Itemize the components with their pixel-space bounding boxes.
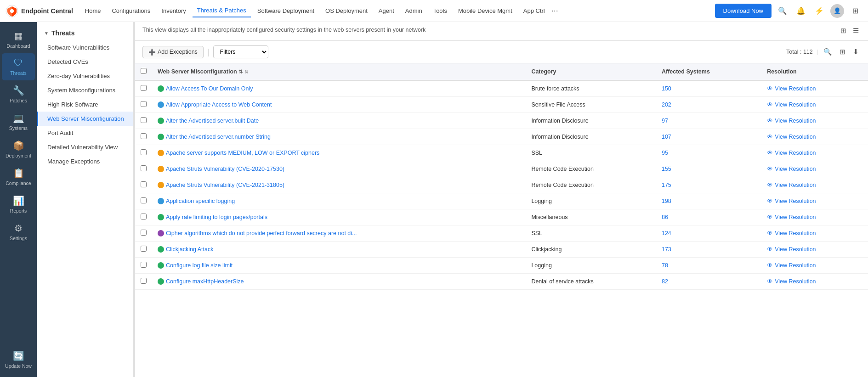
vuln-link[interactable]: Configure maxHttpHeaderSize bbox=[166, 278, 244, 285]
select-all-checkbox[interactable] bbox=[141, 68, 147, 74]
affected-count[interactable]: 175 bbox=[662, 182, 671, 188]
row-checkbox[interactable] bbox=[141, 214, 147, 219]
row-checkbox[interactable] bbox=[141, 85, 147, 91]
notifications-icon[interactable]: 🔔 bbox=[794, 4, 808, 18]
affected-count[interactable]: 107 bbox=[662, 134, 671, 140]
sidebar-item-patches[interactable]: 🔧 Patches bbox=[2, 80, 35, 108]
sidebar-item-reports[interactable]: 📊 Reports bbox=[2, 191, 35, 218]
columns-icon[interactable]: ⊞ bbox=[838, 47, 847, 57]
vuln-link[interactable]: Apply rate limiting to login pages/porta… bbox=[166, 214, 267, 220]
affected-count[interactable]: 86 bbox=[662, 214, 668, 220]
vulnerabilities-table-wrapper: Web Server Misconfiguration ⇅ Category A… bbox=[135, 63, 868, 377]
subnav-software-vulnerabilities[interactable]: Software Vulnerabilities bbox=[37, 40, 133, 55]
view-resolution-link[interactable]: 👁 View Resolution bbox=[767, 118, 862, 124]
affected-count[interactable]: 198 bbox=[662, 198, 671, 204]
subnav-detailed-vulnerability-view[interactable]: Detailed Vulnerability View bbox=[37, 140, 133, 154]
row-checkbox[interactable] bbox=[141, 246, 147, 252]
view-resolution-link[interactable]: 👁 View Resolution bbox=[767, 198, 862, 204]
filters-dropdown[interactable]: Filters bbox=[213, 45, 268, 58]
nav-tools[interactable]: Tools bbox=[429, 5, 452, 17]
row-checkbox[interactable] bbox=[141, 117, 147, 123]
sidebar-item-update-now[interactable]: 🔄 Update Now bbox=[2, 346, 35, 373]
affected-count[interactable]: 173 bbox=[662, 246, 671, 253]
view-resolution-link[interactable]: 👁 View Resolution bbox=[767, 85, 862, 92]
search-table-icon[interactable]: 🔍 bbox=[822, 47, 834, 57]
subnav-detected-cves[interactable]: Detected CVEs bbox=[37, 55, 133, 69]
view-resolution-link[interactable]: 👁 View Resolution bbox=[767, 214, 862, 220]
app-logo[interactable]: Endpoint Central bbox=[6, 5, 73, 17]
view-resolution-link[interactable]: 👁 View Resolution bbox=[767, 101, 862, 108]
affected-count[interactable]: 95 bbox=[662, 150, 668, 156]
sidebar-item-settings[interactable]: ⚙ Settings bbox=[2, 218, 35, 246]
sidebar-item-deployment[interactable]: 📦 Deployment bbox=[2, 135, 35, 163]
subnav-system-misconfigurations[interactable]: System Misconfigurations bbox=[37, 83, 133, 97]
flash-icon[interactable]: ⚡ bbox=[812, 4, 827, 18]
vuln-link[interactable]: Apache Struts Vulnerability (CVE-2020-17… bbox=[166, 166, 284, 172]
download-icon[interactable]: ⬇ bbox=[851, 47, 861, 57]
row-checkbox[interactable] bbox=[141, 197, 147, 203]
apps-grid-icon[interactable]: ⊞ bbox=[848, 4, 862, 18]
view-resolution-link[interactable]: 👁 View Resolution bbox=[767, 182, 862, 188]
nav-configurations[interactable]: Configurations bbox=[107, 5, 155, 17]
view-resolution-link[interactable]: 👁 View Resolution bbox=[767, 150, 862, 156]
subnav-manage-exceptions[interactable]: Manage Exceptions bbox=[37, 154, 133, 169]
row-checkbox[interactable] bbox=[141, 149, 147, 155]
subnav-high-risk-software[interactable]: High Risk Software bbox=[37, 97, 133, 112]
row-checkbox[interactable] bbox=[141, 230, 147, 236]
view-resolution-link[interactable]: 👁 View Resolution bbox=[767, 278, 862, 285]
subnav-zero-day-vulnerabilities[interactable]: Zero-day Vulnerabilities bbox=[37, 69, 133, 83]
view-resolution-link[interactable]: 👁 View Resolution bbox=[767, 134, 862, 140]
more-nav-items[interactable]: ··· bbox=[551, 6, 558, 16]
vuln-link[interactable]: Clickjacking Attack bbox=[166, 246, 214, 253]
vuln-link[interactable]: Cipher algorithms which do not provide p… bbox=[166, 230, 357, 236]
nav-admin[interactable]: Admin bbox=[401, 5, 427, 17]
row-checkbox[interactable] bbox=[141, 165, 147, 171]
affected-count[interactable]: 82 bbox=[662, 278, 668, 285]
sidebar-item-systems[interactable]: 💻 Systems bbox=[2, 108, 35, 135]
nav-inventory[interactable]: Inventory bbox=[157, 5, 190, 17]
row-checkbox[interactable] bbox=[141, 101, 147, 107]
affected-count[interactable]: 124 bbox=[662, 230, 671, 236]
affected-count[interactable]: 155 bbox=[662, 166, 671, 172]
vuln-link[interactable]: Alter the Advertised server.number Strin… bbox=[166, 134, 271, 140]
subnav-port-audit[interactable]: Port Audit bbox=[37, 126, 133, 140]
vuln-link[interactable]: Alter the Advertised server.built Date bbox=[166, 118, 259, 124]
view-resolution-link[interactable]: 👁 View Resolution bbox=[767, 262, 862, 269]
row-checkbox[interactable] bbox=[141, 262, 147, 268]
nav-os-deployment[interactable]: OS Deployment bbox=[321, 5, 372, 17]
row-checkbox[interactable] bbox=[141, 181, 147, 187]
view-resolution-link[interactable]: 👁 View Resolution bbox=[767, 246, 862, 253]
vuln-link[interactable]: Apache Struts Vulnerability (CVE-2021-31… bbox=[166, 182, 284, 188]
sidebar-item-dashboard[interactable]: ▦ Dashboard bbox=[2, 26, 35, 53]
nav-home[interactable]: Home bbox=[80, 5, 106, 17]
add-exceptions-button[interactable]: ➕ Add Exceptions bbox=[142, 46, 204, 58]
view-resolution-link[interactable]: 👁 View Resolution bbox=[767, 166, 862, 172]
download-now-button[interactable]: Download Now bbox=[715, 4, 772, 18]
affected-count[interactable]: 97 bbox=[662, 118, 668, 124]
list-view-icon[interactable]: ☰ bbox=[851, 26, 861, 36]
view-resolution-link[interactable]: 👁 View Resolution bbox=[767, 230, 862, 236]
search-icon[interactable]: 🔍 bbox=[775, 4, 790, 18]
affected-count[interactable]: 78 bbox=[662, 262, 668, 269]
affected-count[interactable]: 202 bbox=[662, 101, 671, 108]
nav-mobile-device-mgmt[interactable]: Mobile Device Mgmt bbox=[454, 5, 517, 17]
card-view-icon[interactable]: ⊞ bbox=[839, 26, 848, 36]
affected-count[interactable]: 150 bbox=[662, 85, 671, 92]
vuln-link[interactable]: Apache server supports MEDIUM, LOW or EX… bbox=[166, 150, 319, 156]
vuln-link[interactable]: Configure log file size limit bbox=[166, 262, 233, 269]
row-checkbox[interactable] bbox=[141, 278, 147, 284]
nav-threats-patches[interactable]: Threats & Patches bbox=[193, 4, 251, 17]
sidebar-item-compliance[interactable]: 📋 Compliance bbox=[2, 163, 35, 191]
subnav-web-server-misconfiguration[interactable]: Web Server Misconfiguration bbox=[37, 112, 133, 126]
vuln-link[interactable]: Allow Appropriate Access to Web Content bbox=[166, 101, 272, 108]
row-checkbox[interactable] bbox=[141, 133, 147, 139]
subnav-header[interactable]: ▼ Threats bbox=[37, 26, 133, 40]
nav-software-deployment[interactable]: Software Deployment bbox=[253, 5, 319, 17]
user-avatar[interactable]: 👤 bbox=[830, 4, 844, 18]
vuln-link[interactable]: Application specific logging bbox=[166, 198, 235, 204]
vuln-link[interactable]: Allow Access To Our Domain Only bbox=[166, 85, 253, 92]
column-web-server-misconfiguration[interactable]: Web Server Misconfiguration ⇅ bbox=[152, 63, 526, 80]
sidebar-item-threats[interactable]: 🛡 Threats bbox=[2, 53, 35, 80]
nav-agent[interactable]: Agent bbox=[374, 5, 399, 17]
nav-app-ctrl[interactable]: App Ctrl bbox=[519, 5, 550, 17]
